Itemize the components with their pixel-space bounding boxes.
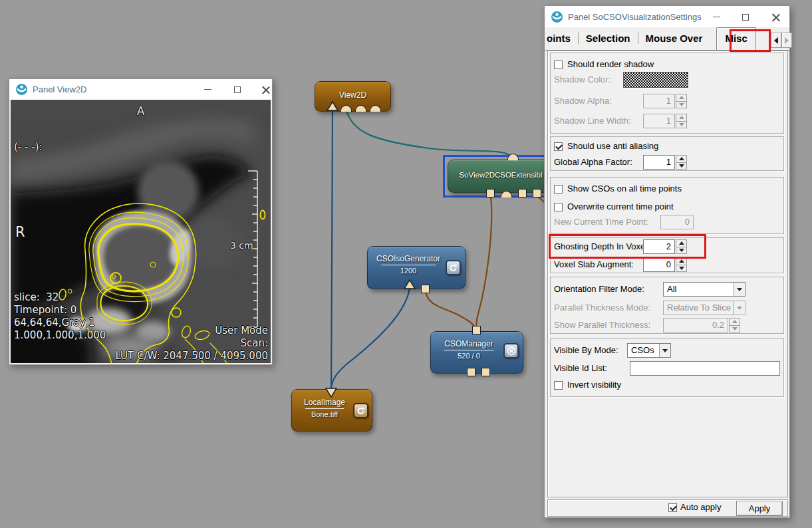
input-connector-triangle[interactable]: [327, 101, 338, 111]
minimize-button[interactable]: [704, 7, 728, 27]
view2d-titlebar[interactable]: Panel View2D: [9, 79, 272, 100]
node-csomanager[interactable]: CSOManager 520 / 0: [430, 331, 523, 374]
node-soview2dcsoextensible[interactable]: SoView2DCSOExtensibl: [448, 160, 554, 193]
settings-window: Panel SoCSOVisualizationSettings oints S…: [544, 5, 790, 518]
visible-id-list-input[interactable]: [630, 361, 780, 376]
minimize-icon: [204, 89, 211, 90]
settings-titlebar[interactable]: Panel SoCSOVisualizationSettings: [545, 6, 789, 27]
overwrite-current-timepoint-label: Overwrite current time point: [567, 199, 674, 214]
visible-by-mode-label: Visible By Mode:: [554, 343, 618, 358]
minimize-button[interactable]: [196, 79, 219, 100]
output-connector-halfcircle[interactable]: [501, 191, 512, 198]
global-alpha-factor-spinbox[interactable]: 1: [643, 155, 687, 170]
voxel-slab-augment-spinbox[interactable]: 0: [643, 257, 687, 272]
invert-visibility-label: Invert visibility: [567, 378, 621, 392]
node-soview-label: SoView2DCSOExtensibl: [448, 171, 553, 179]
overwrite-current-timepoint-checkbox[interactable]: [554, 203, 563, 211]
ghosting-depth-label: Ghosting Depth In Voxel:: [554, 239, 650, 254]
spin-down-button[interactable]: [729, 325, 740, 333]
tab-scroll-left-button[interactable]: [771, 33, 781, 48]
connection-soview-csomanager[interactable]: [476, 196, 491, 330]
anti-aliasing-label: Should use anti aliasing: [567, 139, 658, 154]
shadow-alpha-spinbox[interactable]: 1: [643, 94, 687, 108]
ruler-label: 3 cm: [230, 239, 253, 252]
node-divider: [381, 265, 436, 265]
auto-apply-checkbox[interactable]: [668, 503, 677, 512]
connection-isogenerator-localimage[interactable]: [331, 289, 410, 388]
input-connector-halfcircle[interactable]: [355, 105, 366, 112]
maximize-button[interactable]: [225, 79, 249, 100]
input-connector-halfcircle[interactable]: [370, 105, 381, 112]
node-manager-label: CSOManager: [431, 339, 507, 348]
input-connector-square[interactable]: [472, 326, 481, 334]
invert-visibility-checkbox[interactable]: [554, 381, 563, 390]
close-button[interactable]: [254, 79, 278, 100]
close-button[interactable]: [764, 7, 788, 27]
orientation-filter-mode-combo[interactable]: All: [663, 282, 745, 297]
show-parallel-thickness-spinbox[interactable]: 0.2: [663, 318, 740, 332]
input-connector-triangle[interactable]: [404, 279, 416, 289]
clear-button[interactable]: [503, 343, 519, 358]
apply-button[interactable]: Apply: [736, 501, 783, 516]
visible-by-mode-combo[interactable]: CSOs: [627, 343, 671, 358]
anti-aliasing-checkbox[interactable]: [554, 142, 563, 151]
ct-viewport[interactable]: A (- - -): R 3 cm slice: 32 Timepoint: 0…: [11, 100, 271, 363]
show-csos-all-timepoints-checkbox[interactable]: [554, 185, 563, 194]
output-connector-triangle[interactable]: [325, 388, 337, 398]
tab-scroll-right-button[interactable]: [781, 33, 792, 48]
parallel-thickness-mode-combo[interactable]: Relative To Slice: [663, 301, 745, 315]
input-connector-halfcircle[interactable]: [340, 105, 352, 112]
lut-text: LUT C/W: 2047.500 / 4095.000: [115, 350, 268, 362]
shadow-line-width-label: Shadow Line Width:: [554, 114, 631, 128]
output-connector-square[interactable]: [481, 368, 490, 376]
tab-label: Misc: [725, 33, 747, 44]
tab-mouse-over[interactable]: Mouse Over: [638, 33, 710, 50]
node-iso-sub: 1200: [368, 267, 449, 275]
input-connector-halfcircle[interactable]: [507, 154, 519, 160]
reload-button[interactable]: [353, 403, 368, 418]
dropdown-arrow-button[interactable]: [734, 301, 745, 315]
reload-button[interactable]: [446, 260, 461, 275]
connection-view2d-soview[interactable]: [346, 110, 513, 157]
mevislab-icon: [16, 84, 27, 95]
tab-label: Mouse Over: [646, 33, 703, 44]
output-connector-square[interactable]: [486, 189, 495, 198]
user-mode-text: User Mode: [215, 325, 268, 337]
connection-isogenerator-csomanager[interactable]: [426, 291, 476, 330]
node-local-sub: Bone.tiff: [292, 410, 357, 418]
shadow-color-swatch[interactable]: [623, 72, 688, 88]
output-connector-square[interactable]: [518, 189, 527, 198]
image-info-text: 64,64,64,Gray,1: [14, 317, 95, 329]
connection-view2d-localimage[interactable]: [331, 110, 333, 388]
tab-misc[interactable]: Misc: [716, 27, 755, 51]
spin-down-button[interactable]: [676, 101, 687, 109]
orientation-marker-anterior: A: [137, 105, 145, 118]
dropdown-arrow-button[interactable]: [659, 344, 670, 357]
refresh-icon: [356, 406, 365, 415]
close-icon: [772, 13, 780, 21]
output-connector-square[interactable]: [467, 368, 475, 376]
shadow-line-width-spinbox[interactable]: 1: [643, 114, 687, 128]
new-current-timepoint-field[interactable]: 0: [660, 215, 694, 229]
show-parallel-thickness-label: Show Parallel Thickness:: [554, 318, 650, 332]
visible-id-list-label: Visible Id List:: [554, 361, 607, 376]
ghosting-depth-spinbox[interactable]: 2: [643, 239, 687, 254]
show-csos-all-timepoints-label: Show CSOs on all time points: [567, 182, 682, 196]
global-alpha-factor-label: Global Alpha Factor:: [554, 155, 632, 170]
spin-down-button[interactable]: [676, 265, 687, 273]
tab-selection[interactable]: Selection: [579, 33, 638, 50]
should-render-shadow-checkbox[interactable]: [554, 61, 563, 69]
dropdown-arrow-button[interactable]: [734, 283, 745, 296]
spin-down-button[interactable]: [676, 121, 687, 129]
shadow-line-width-value: 1: [643, 114, 675, 128]
maximize-button[interactable]: [734, 7, 757, 27]
spin-down-button[interactable]: [676, 162, 687, 170]
tab-points[interactable]: oints: [545, 33, 578, 50]
parallel-thickness-mode-value: Relative To Slice: [664, 301, 734, 315]
node-csoisogenerator[interactable]: CSOIsoGenerator 1200: [367, 246, 466, 289]
input-connector-square[interactable]: [421, 285, 430, 293]
tab-bar: oints Selection Mouse Over Misc: [545, 27, 789, 51]
node-iso-label: CSOIsoGenerator: [368, 254, 449, 263]
spin-down-button[interactable]: [676, 247, 687, 255]
output-connector-square[interactable]: [533, 189, 541, 198]
